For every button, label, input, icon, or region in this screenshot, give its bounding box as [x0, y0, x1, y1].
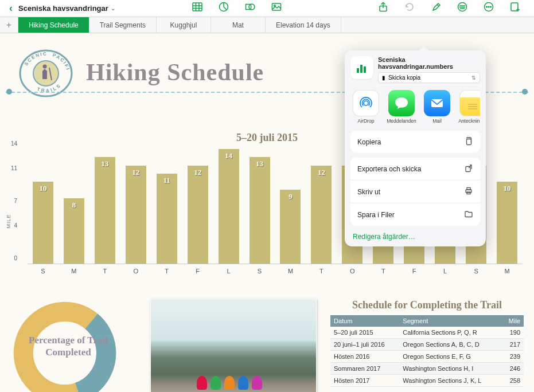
x-category: M — [275, 268, 306, 275]
bar[interactable]: 12 — [188, 166, 208, 264]
share-app-meddelanden[interactable]: Meddelanden — [386, 90, 417, 124]
bar-value: 12 — [311, 168, 332, 177]
action-export[interactable]: Exportera och skicka — [350, 158, 480, 180]
share-app-mail[interactable]: Mail — [422, 90, 453, 124]
bar[interactable]: 9 — [280, 190, 301, 264]
bar[interactable]: 12 — [311, 166, 332, 264]
bar-value: 14 — [219, 151, 239, 160]
share-app-anteckningar[interactable]: Anteckningar — [457, 90, 480, 124]
sheet-tab[interactable]: Mat — [211, 17, 266, 33]
meddelanden-icon — [388, 90, 415, 116]
col-header[interactable]: Mile — [502, 315, 524, 327]
table-row[interactable]: Hösten 2017Washington Sections J, K, L25… — [330, 374, 524, 386]
bar[interactable]: 10 — [497, 182, 517, 264]
bar-value: 11 — [157, 176, 177, 185]
brush-icon[interactable] — [423, 2, 449, 15]
x-category: F — [399, 268, 430, 275]
chart-icon[interactable] — [211, 2, 237, 15]
schedule-table[interactable]: DatumSegmentMile 5–20 juli 2015Californi… — [330, 315, 524, 387]
bar[interactable]: 11 — [157, 174, 177, 264]
x-category: S — [28, 268, 59, 275]
undo-icon[interactable] — [396, 2, 423, 15]
bar[interactable]: 13 — [95, 157, 115, 264]
edit-actions-link[interactable]: Redigera åtgärder… — [350, 229, 480, 242]
svg-point-7 — [249, 4, 255, 10]
x-category: L — [430, 268, 461, 275]
share-icon[interactable] — [370, 2, 396, 15]
bar[interactable]: 8 — [64, 198, 84, 264]
action-folder[interactable]: Spara i Filer — [350, 203, 480, 226]
copy-icon — [464, 136, 473, 147]
x-category: T — [89, 268, 120, 275]
bar-value: 8 — [64, 201, 84, 210]
canvas: SCENIC PACIFIC TRAILS Hiking Schedule 5–… — [0, 33, 534, 392]
sheet-tab[interactable]: Trail Segments — [89, 17, 157, 33]
bar[interactable]: 14 — [219, 149, 239, 264]
col-header[interactable]: Datum — [330, 315, 399, 327]
action-print[interactable]: Skriv ut — [350, 180, 480, 203]
chevron-down-icon: ⌄ — [111, 5, 115, 11]
document-icon: ▮ — [382, 75, 385, 81]
share-app-airdrop[interactable]: AirDrop — [350, 90, 381, 124]
numbers-app-icon — [350, 56, 373, 79]
bar[interactable]: 13 — [250, 157, 270, 264]
doc-title[interactable]: Sceniska havsvandringar ⌄ — [18, 4, 115, 13]
x-category: T — [306, 268, 337, 275]
schedule-table-section: Schedule for Completing the Trail DatumS… — [330, 299, 524, 392]
svg-rect-32 — [360, 65, 363, 73]
sheet-tab[interactable]: Hiking Schedule — [18, 17, 89, 33]
share-popover: Sceniska havsvandringar.numbers ▮ Skicka… — [345, 50, 486, 246]
table-row[interactable]: 20 juni–1 juli 2016Oregon Sections A, B,… — [330, 338, 524, 350]
image-icon[interactable] — [263, 2, 290, 15]
x-category: L — [213, 268, 244, 275]
y-axis-label: MILE — [6, 214, 11, 228]
x-category: T — [151, 268, 182, 275]
divider-dot — [522, 89, 528, 95]
table-title: Schedule for Completing the Trail — [330, 299, 524, 312]
action-copy[interactable]: Kopiera — [350, 131, 480, 153]
svg-rect-39 — [467, 139, 471, 145]
mail-icon — [424, 90, 450, 116]
x-category: T — [368, 268, 399, 275]
print-icon — [464, 186, 473, 197]
airdrop-icon — [353, 90, 379, 116]
table-row[interactable]: Hösten 2016Oregon Sections E, F, G239 — [330, 350, 524, 362]
bar[interactable]: 10 — [33, 182, 53, 264]
x-category: O — [120, 268, 151, 275]
shape-icon[interactable] — [237, 2, 263, 15]
share-mode-select[interactable]: ▮ Skicka kopia ⇅ — [378, 72, 480, 83]
sheet-tab[interactable]: Kugghjul — [157, 17, 211, 33]
sheet-tab[interactable]: Elevation 14 days — [266, 17, 341, 33]
export-icon — [464, 163, 473, 174]
back-button[interactable]: ‹ — [6, 2, 16, 14]
trail-photo[interactable] — [150, 299, 317, 392]
share-filename: Sceniska havsvandringar.numbers — [378, 56, 480, 70]
svg-point-27 — [43, 65, 47, 69]
svg-rect-35 — [431, 99, 443, 107]
new-cell-icon[interactable] — [502, 2, 528, 15]
page-title: Hiking Schedule — [86, 58, 264, 86]
top-toolbar: ‹ Sceniska havsvandringar ⌄ — [0, 0, 534, 17]
add-sheet-button[interactable]: + — [0, 17, 18, 33]
divider-dot — [6, 89, 12, 95]
folder-icon — [464, 209, 473, 220]
table-row[interactable]: 5–20 juli 2015California Sections P, Q, … — [330, 327, 524, 339]
table-row[interactable]: Sommaren 2017Washington Sections H, I246 — [330, 362, 524, 374]
x-category: O — [337, 268, 368, 275]
svg-rect-33 — [364, 66, 366, 73]
svg-point-17 — [488, 6, 489, 7]
more-icon[interactable] — [475, 2, 502, 15]
col-header[interactable]: Segment — [399, 315, 501, 327]
table-icon[interactable] — [184, 2, 211, 15]
bar-value: 12 — [188, 168, 208, 177]
sheet-tabs: + Hiking ScheduleTrail SegmentsKugghjulM… — [0, 17, 534, 33]
donut-chart[interactable]: Percentage of Trail Completed — [10, 299, 137, 392]
format-icon[interactable] — [449, 2, 475, 15]
share-mode-label: Skicka kopia — [388, 75, 420, 81]
bar-value: 10 — [33, 184, 53, 193]
x-category: M — [59, 268, 89, 275]
donut-label: Percentage of Trail Completed — [25, 334, 111, 359]
bar-value: 12 — [126, 168, 146, 177]
svg-point-18 — [490, 6, 492, 7]
bar[interactable]: 12 — [126, 166, 146, 264]
